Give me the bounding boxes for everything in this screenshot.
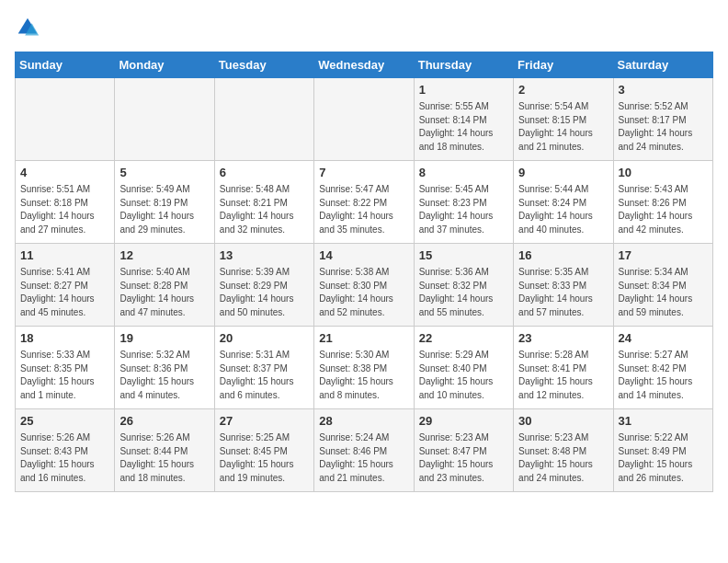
calendar-cell: 22Sunrise: 5:29 AM Sunset: 8:40 PM Dayli…	[414, 327, 513, 409]
day-info: Sunrise: 5:32 AM Sunset: 8:36 PM Dayligh…	[119, 349, 209, 402]
calendar-cell: 25Sunrise: 5:26 AM Sunset: 8:43 PM Dayli…	[16, 409, 115, 492]
weekday-header-monday: Monday	[115, 52, 214, 78]
calendar-cell: 10Sunrise: 5:43 AM Sunset: 8:26 PM Dayli…	[613, 161, 712, 244]
day-info: Sunrise: 5:28 AM Sunset: 8:41 PM Dayligh…	[518, 349, 608, 402]
calendar-cell: 2Sunrise: 5:54 AM Sunset: 8:15 PM Daylig…	[514, 78, 613, 161]
day-info: Sunrise: 5:35 AM Sunset: 8:33 PM Dayligh…	[518, 266, 608, 319]
calendar-cell	[314, 78, 414, 161]
calendar-cell: 14Sunrise: 5:38 AM Sunset: 8:30 PM Dayli…	[314, 244, 414, 327]
day-number: 18	[20, 330, 109, 347]
day-info: Sunrise: 5:38 AM Sunset: 8:30 PM Dayligh…	[319, 266, 408, 319]
day-number: 25	[20, 413, 109, 430]
day-number: 27	[220, 413, 309, 430]
day-number: 2	[518, 82, 608, 98]
day-info: Sunrise: 5:22 AM Sunset: 8:49 PM Dayligh…	[619, 431, 708, 485]
calendar-cell: 16Sunrise: 5:35 AM Sunset: 8:33 PM Dayli…	[514, 244, 613, 327]
calendar-cell	[16, 78, 115, 161]
calendar-cell: 8Sunrise: 5:45 AM Sunset: 8:23 PM Daylig…	[414, 161, 513, 244]
day-number: 8	[419, 165, 508, 181]
weekday-header-friday: Friday	[514, 52, 613, 78]
day-number: 21	[319, 330, 408, 347]
day-info: Sunrise: 5:24 AM Sunset: 8:46 PM Dayligh…	[319, 431, 408, 485]
day-number: 28	[319, 413, 408, 430]
day-info: Sunrise: 5:25 AM Sunset: 8:45 PM Dayligh…	[220, 431, 309, 485]
day-info: Sunrise: 5:39 AM Sunset: 8:29 PM Dayligh…	[220, 266, 309, 319]
day-info: Sunrise: 5:40 AM Sunset: 8:28 PM Dayligh…	[119, 266, 209, 319]
day-number: 17	[619, 247, 708, 264]
day-info: Sunrise: 5:33 AM Sunset: 8:35 PM Dayligh…	[20, 349, 109, 402]
calendar-header: SundayMondayTuesdayWednesdayThursdayFrid…	[16, 52, 713, 78]
calendar-body: 1Sunrise: 5:55 AM Sunset: 8:14 PM Daylig…	[16, 78, 713, 492]
day-info: Sunrise: 5:34 AM Sunset: 8:34 PM Dayligh…	[619, 266, 708, 319]
calendar-cell: 7Sunrise: 5:47 AM Sunset: 8:22 PM Daylig…	[314, 161, 414, 244]
logo	[15, 15, 44, 40]
day-number: 4	[20, 165, 109, 181]
day-info: Sunrise: 5:30 AM Sunset: 8:38 PM Dayligh…	[319, 349, 408, 402]
day-info: Sunrise: 5:45 AM Sunset: 8:23 PM Dayligh…	[419, 183, 508, 236]
calendar-cell	[115, 78, 214, 161]
calendar-cell: 1Sunrise: 5:55 AM Sunset: 8:14 PM Daylig…	[414, 78, 513, 161]
calendar-cell: 3Sunrise: 5:52 AM Sunset: 8:17 PM Daylig…	[613, 78, 712, 161]
day-number: 10	[619, 165, 708, 181]
day-number: 14	[319, 247, 408, 264]
calendar-cell: 26Sunrise: 5:26 AM Sunset: 8:44 PM Dayli…	[115, 409, 214, 492]
calendar-cell: 30Sunrise: 5:23 AM Sunset: 8:48 PM Dayli…	[514, 409, 613, 492]
day-info: Sunrise: 5:48 AM Sunset: 8:21 PM Dayligh…	[220, 183, 309, 236]
calendar-table: SundayMondayTuesdayWednesdayThursdayFrid…	[15, 52, 713, 492]
day-number: 22	[419, 330, 508, 347]
calendar-cell: 19Sunrise: 5:32 AM Sunset: 8:36 PM Dayli…	[115, 327, 214, 409]
day-number: 24	[619, 330, 708, 347]
calendar-cell: 27Sunrise: 5:25 AM Sunset: 8:45 PM Dayli…	[214, 409, 313, 492]
calendar-cell: 11Sunrise: 5:41 AM Sunset: 8:27 PM Dayli…	[16, 244, 115, 327]
day-number: 6	[220, 165, 309, 181]
day-info: Sunrise: 5:31 AM Sunset: 8:37 PM Dayligh…	[220, 349, 309, 402]
calendar-cell: 21Sunrise: 5:30 AM Sunset: 8:38 PM Dayli…	[314, 327, 414, 409]
day-number: 26	[119, 413, 209, 430]
day-number: 11	[20, 247, 109, 264]
calendar-cell: 31Sunrise: 5:22 AM Sunset: 8:49 PM Dayli…	[613, 409, 712, 492]
calendar-cell: 6Sunrise: 5:48 AM Sunset: 8:21 PM Daylig…	[214, 161, 313, 244]
weekday-header-sunday: Sunday	[16, 52, 115, 78]
calendar-cell: 20Sunrise: 5:31 AM Sunset: 8:37 PM Dayli…	[214, 327, 313, 409]
calendar-cell: 29Sunrise: 5:23 AM Sunset: 8:47 PM Dayli…	[414, 409, 513, 492]
day-info: Sunrise: 5:27 AM Sunset: 8:42 PM Dayligh…	[619, 349, 708, 402]
day-info: Sunrise: 5:23 AM Sunset: 8:47 PM Dayligh…	[419, 431, 508, 485]
calendar-cell: 12Sunrise: 5:40 AM Sunset: 8:28 PM Dayli…	[115, 244, 214, 327]
weekday-header-row: SundayMondayTuesdayWednesdayThursdayFrid…	[16, 52, 713, 78]
weekday-header-tuesday: Tuesday	[214, 52, 313, 78]
calendar-week-row: 18Sunrise: 5:33 AM Sunset: 8:35 PM Dayli…	[16, 327, 713, 409]
day-number: 1	[419, 82, 508, 98]
day-number: 20	[220, 330, 309, 347]
day-info: Sunrise: 5:44 AM Sunset: 8:24 PM Dayligh…	[518, 183, 608, 236]
calendar-week-row: 11Sunrise: 5:41 AM Sunset: 8:27 PM Dayli…	[16, 244, 713, 327]
day-info: Sunrise: 5:49 AM Sunset: 8:19 PM Dayligh…	[119, 183, 209, 236]
day-number: 30	[518, 413, 608, 430]
day-info: Sunrise: 5:55 AM Sunset: 8:14 PM Dayligh…	[419, 100, 508, 154]
day-number: 19	[119, 330, 209, 347]
calendar-cell: 5Sunrise: 5:49 AM Sunset: 8:19 PM Daylig…	[115, 161, 214, 244]
day-number: 31	[619, 413, 708, 430]
day-number: 5	[119, 165, 209, 181]
calendar-cell: 15Sunrise: 5:36 AM Sunset: 8:32 PM Dayli…	[414, 244, 513, 327]
day-info: Sunrise: 5:26 AM Sunset: 8:44 PM Dayligh…	[119, 431, 209, 485]
calendar-cell: 28Sunrise: 5:24 AM Sunset: 8:46 PM Dayli…	[314, 409, 414, 492]
day-info: Sunrise: 5:54 AM Sunset: 8:15 PM Dayligh…	[518, 100, 608, 154]
day-number: 9	[518, 165, 608, 181]
page-header	[15, 15, 713, 40]
day-number: 12	[119, 247, 209, 264]
day-number: 7	[319, 165, 408, 181]
day-info: Sunrise: 5:29 AM Sunset: 8:40 PM Dayligh…	[419, 349, 508, 402]
weekday-header-thursday: Thursday	[414, 52, 513, 78]
calendar-cell: 4Sunrise: 5:51 AM Sunset: 8:18 PM Daylig…	[16, 161, 115, 244]
calendar-cell: 23Sunrise: 5:28 AM Sunset: 8:41 PM Dayli…	[514, 327, 613, 409]
day-info: Sunrise: 5:26 AM Sunset: 8:43 PM Dayligh…	[20, 431, 109, 485]
day-info: Sunrise: 5:36 AM Sunset: 8:32 PM Dayligh…	[419, 266, 508, 319]
day-number: 23	[518, 330, 608, 347]
day-info: Sunrise: 5:47 AM Sunset: 8:22 PM Dayligh…	[319, 183, 408, 236]
calendar-week-row: 25Sunrise: 5:26 AM Sunset: 8:43 PM Dayli…	[16, 409, 713, 492]
calendar-cell: 17Sunrise: 5:34 AM Sunset: 8:34 PM Dayli…	[613, 244, 712, 327]
logo-icon	[15, 15, 40, 40]
day-number: 13	[220, 247, 309, 264]
calendar-cell: 13Sunrise: 5:39 AM Sunset: 8:29 PM Dayli…	[214, 244, 313, 327]
day-number: 29	[419, 413, 508, 430]
